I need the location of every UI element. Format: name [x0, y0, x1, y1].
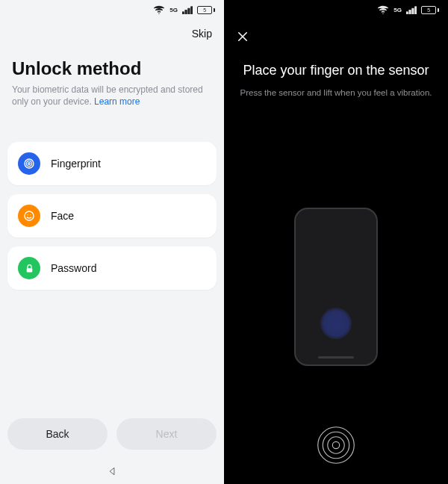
svg-point-6 — [26, 161, 31, 166]
fingerprint-spot-icon — [320, 308, 352, 339]
svg-point-0 — [159, 13, 160, 14]
option-label: Face — [51, 210, 74, 222]
svg-rect-4 — [191, 6, 193, 13]
footer-buttons: Back Next — [7, 418, 217, 450]
phone-illustration — [294, 208, 378, 366]
svg-rect-2 — [185, 10, 187, 13]
close-icon — [236, 30, 249, 43]
svg-rect-16 — [415, 6, 417, 13]
network-label: 5G — [169, 7, 178, 13]
dual-screenshot: 5G 5 Skip Unlock method Your biometric d… — [0, 0, 448, 484]
enroll-subtitle: Press the sensor and lift when you feel … — [239, 88, 433, 97]
svg-point-12 — [383, 13, 384, 14]
option-label: Password — [51, 262, 96, 274]
face-icon — [18, 205, 40, 227]
enroll-title: Place your finger on the sensor — [239, 61, 433, 79]
svg-point-7 — [28, 163, 31, 165]
page-subtitle: Your biometric data will be encrypted an… — [12, 84, 212, 108]
battery-indicator: 5 — [197, 6, 215, 14]
unlock-options-list: Fingerprint Face Password — [7, 142, 217, 290]
lock-icon — [18, 257, 40, 279]
back-label: Back — [46, 428, 69, 440]
fingerprint-sensor-icon[interactable] — [315, 424, 357, 469]
option-password[interactable]: Password — [7, 246, 217, 290]
skip-button[interactable]: Skip — [192, 28, 212, 40]
option-label: Fingerprint — [51, 158, 101, 170]
option-face[interactable]: Face — [7, 194, 217, 238]
svg-rect-15 — [412, 8, 414, 14]
wifi-icon — [153, 5, 165, 14]
next-label: Next — [156, 428, 178, 440]
status-bar: 5G 5 — [0, 0, 224, 19]
svg-point-8 — [25, 211, 34, 220]
svg-rect-11 — [26, 267, 32, 272]
battery-indicator: 5 — [421, 6, 439, 14]
svg-point-10 — [30, 214, 31, 215]
svg-point-20 — [323, 432, 349, 458]
svg-point-19 — [318, 427, 355, 464]
home-indicator-icon — [318, 356, 354, 359]
learn-more-link[interactable]: Learn more — [94, 96, 140, 107]
svg-point-22 — [332, 441, 339, 448]
close-button[interactable] — [236, 30, 249, 46]
svg-rect-14 — [409, 10, 411, 13]
battery-level: 5 — [422, 7, 435, 13]
svg-rect-13 — [406, 11, 408, 13]
nav-back-icon[interactable] — [0, 466, 224, 477]
wifi-icon — [377, 5, 389, 14]
battery-level: 5 — [198, 7, 211, 13]
page-title: Unlock method — [12, 58, 212, 79]
svg-rect-1 — [182, 11, 184, 13]
status-bar: 5G 5 — [224, 0, 448, 19]
svg-point-9 — [27, 214, 28, 215]
unlock-method-screen: 5G 5 Skip Unlock method Your biometric d… — [0, 0, 224, 484]
option-fingerprint[interactable]: Fingerprint — [7, 142, 217, 185]
signal-icon — [406, 6, 417, 14]
svg-point-21 — [328, 437, 344, 453]
next-button[interactable]: Next — [116, 418, 217, 450]
back-button[interactable]: Back — [7, 418, 108, 450]
network-label: 5G — [393, 7, 402, 13]
svg-rect-3 — [188, 8, 190, 14]
fingerprint-enroll-screen: 5G 5 Place your finger on the sensor Pre… — [224, 0, 448, 484]
signal-icon — [182, 6, 193, 14]
fingerprint-icon — [18, 152, 40, 175]
